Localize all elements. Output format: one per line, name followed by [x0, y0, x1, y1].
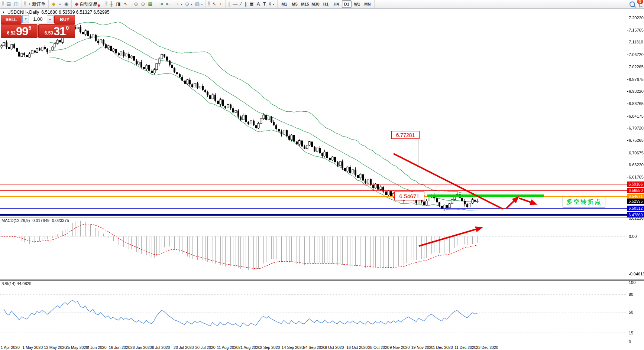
date-label: 1 Apr 2020 — [1, 345, 20, 350]
toolbar-group-4: ╫◨∿ — [103, 0, 131, 8]
toolbar-grip[interactable] — [2, 1, 4, 7]
sell-price-display[interactable]: 6.52 99 5 — [1, 24, 38, 38]
vertical-line-icon[interactable]: | — [227, 1, 231, 7]
hline-6.50312[interactable] — [0, 208, 627, 209]
timeframe-d1[interactable]: D1 — [342, 0, 352, 8]
fibonacci-icon: ≣ — [250, 1, 254, 7]
line-chart-icon[interactable]: ∿ — [122, 1, 129, 7]
toolbar-group-5: ⊕⊖▦ — [131, 0, 156, 8]
sell-button[interactable]: SELL — [1, 15, 22, 24]
hline-6.59166[interactable] — [0, 184, 627, 184]
buy-button[interactable]: BUY — [54, 15, 75, 24]
timeframe-h4[interactable]: H4 — [331, 0, 341, 8]
timeframe-h1[interactable]: H1 — [321, 0, 331, 8]
macd-rsi-separator-top[interactable] — [0, 279, 644, 279]
macd-rsi-separator-bottom[interactable] — [0, 280, 644, 281]
macd-values: -0.017649 -0.023375 — [31, 218, 69, 223]
text-icon: A — [257, 1, 260, 7]
templates-icon-dropdown[interactable]: ▾ — [201, 3, 203, 6]
price-badge-6.52995: 6.52995 — [627, 199, 644, 204]
price-axis-tickmark — [627, 177, 628, 177]
time-axis[interactable]: 1 Apr 20201 May 202013 May 202025 May 20… — [0, 344, 644, 350]
macd-indicator-label: MACD(12,26,9) -0.017649 -0.023375 — [1, 218, 69, 223]
chart-title-bar: ▲ USDCNH-,Daily 6.51680 6.53539 6.51327 … — [2, 10, 110, 15]
price-axis-label: 6.84175 — [629, 114, 644, 118]
price-label-654671[interactable]: 6.54671 — [394, 192, 424, 200]
templates-icon[interactable]: ▧▾ — [194, 1, 204, 7]
equidistant-channel-icon[interactable]: ∥ — [243, 1, 248, 7]
terminal-icon[interactable]: ◉ — [63, 1, 70, 7]
cursor-icon[interactable]: ↖ — [211, 1, 218, 7]
trendline-icon[interactable]: ∕ — [239, 1, 243, 7]
shapes-icon: ◊ — [269, 1, 271, 7]
timeframe-w1[interactable]: W1 — [352, 0, 362, 8]
auto-scroll-icon[interactable]: ⇥ — [158, 1, 165, 7]
notification-badge: 1 — [637, 0, 643, 4]
volume-decrease-button[interactable]: ▼ — [23, 15, 29, 23]
buy-price-display[interactable]: 6.53 31 0 — [38, 24, 75, 38]
indicators-icon-dropdown[interactable]: ▾ — [181, 3, 182, 6]
chart-shift-icon[interactable]: ⇤ — [165, 1, 172, 7]
shapes-icon[interactable]: ◊▾ — [267, 1, 275, 7]
chart-canvas[interactable] — [0, 0, 644, 350]
rsi-axis-label: 50 — [629, 310, 633, 314]
toolbar-group-8: ↖+ — [206, 0, 226, 8]
autotrade-status-dot — [98, 4, 100, 7]
crosshair-icon[interactable]: + — [218, 1, 224, 7]
autotrade-button[interactable]: ◆自动交易 — [73, 1, 101, 8]
toolbar-grip[interactable] — [24, 1, 26, 7]
new-chart-icon[interactable]: ▤ — [5, 1, 12, 7]
text-icon[interactable]: A — [255, 1, 262, 7]
hline-6.52995[interactable] — [0, 201, 627, 201]
bar-chart-icon[interactable]: ╫ — [108, 1, 114, 7]
price-axis-label: 6.75265 — [629, 138, 644, 143]
indicators-icon[interactable]: +▾ — [175, 1, 184, 7]
toolbar-grip[interactable] — [106, 1, 107, 7]
hline-6.5685[interactable] — [0, 190, 627, 191]
zoom-in-icon[interactable]: ⊕ — [133, 1, 140, 7]
collapse-chart-icon[interactable]: ▲ — [2, 10, 5, 14]
periods-icon[interactable]: ⊙▾ — [184, 1, 194, 7]
rsi-indicator-label: RSI(14) 44.0829 — [1, 281, 32, 286]
price-axis-tickmark — [627, 30, 628, 30]
new-order-button[interactable]: +新订单 — [27, 1, 47, 8]
timeframe-mn[interactable]: MN — [363, 0, 372, 8]
price-axis-label: 6.88765 — [629, 101, 644, 106]
price-axis-line — [627, 8, 627, 343]
search-icon[interactable] — [630, 1, 635, 7]
fibonacci-icon[interactable]: ≣ — [248, 1, 255, 7]
chart-profiles-icon[interactable]: ◫ — [12, 1, 20, 7]
shapes-icon-dropdown[interactable]: ▾ — [273, 3, 274, 6]
periods-icon-dropdown[interactable]: ▾ — [191, 3, 192, 6]
horizontal-line-icon: — — [233, 1, 237, 7]
price-axis-label: 6.97675 — [629, 77, 644, 82]
date-label: 19 Nov 2020 — [411, 345, 434, 350]
hline-6.4786[interactable] — [0, 214, 627, 216]
volume-input[interactable]: 1.00 — [29, 16, 47, 22]
date-label: 1 Dec 2020 — [433, 345, 453, 350]
navigator-icon[interactable]: ≡ — [57, 1, 63, 7]
turning-point-text-box[interactable]: 多空转折点 — [563, 197, 605, 207]
label-icon[interactable]: T — [261, 1, 267, 7]
timeframe-m5[interactable]: M5 — [290, 0, 300, 8]
price-label-677281[interactable]: 6.77281 — [391, 131, 420, 139]
volume-spinner[interactable]: ▼ 1.00 ▲ — [22, 15, 54, 23]
market-watch-icon[interactable]: ◆ — [50, 1, 57, 7]
tile-windows-icon[interactable]: ▦ — [146, 1, 154, 7]
main-macd-separator[interactable] — [0, 217, 644, 217]
price-axis-label: 6.61765 — [629, 175, 644, 179]
toolbar-grip[interactable] — [208, 1, 210, 7]
candlestick-chart-icon[interactable]: ◨ — [114, 1, 122, 7]
date-label: 16 Oct 2020 — [346, 345, 368, 350]
notifications-icon[interactable]: 1 — [639, 1, 640, 7]
one-click-trading-panel: SELL ▼ 1.00 ▲ BUY 6.52 99 5 6.53 31 0 — [1, 15, 75, 38]
timeframe-m15[interactable]: M15 — [300, 0, 310, 8]
zoom-out-icon[interactable]: ⊖ — [139, 1, 146, 7]
timeframe-m1[interactable]: M1 — [279, 0, 289, 8]
volume-increase-button[interactable]: ▲ — [47, 15, 53, 23]
periods-icon: ⊙ — [185, 1, 189, 7]
green-support-zone-line[interactable] — [427, 194, 544, 197]
timeframe-m30[interactable]: M30 — [311, 0, 320, 8]
horizontal-line-icon[interactable]: — — [231, 1, 239, 7]
macd-axis-label: -0.046165 — [629, 272, 644, 276]
